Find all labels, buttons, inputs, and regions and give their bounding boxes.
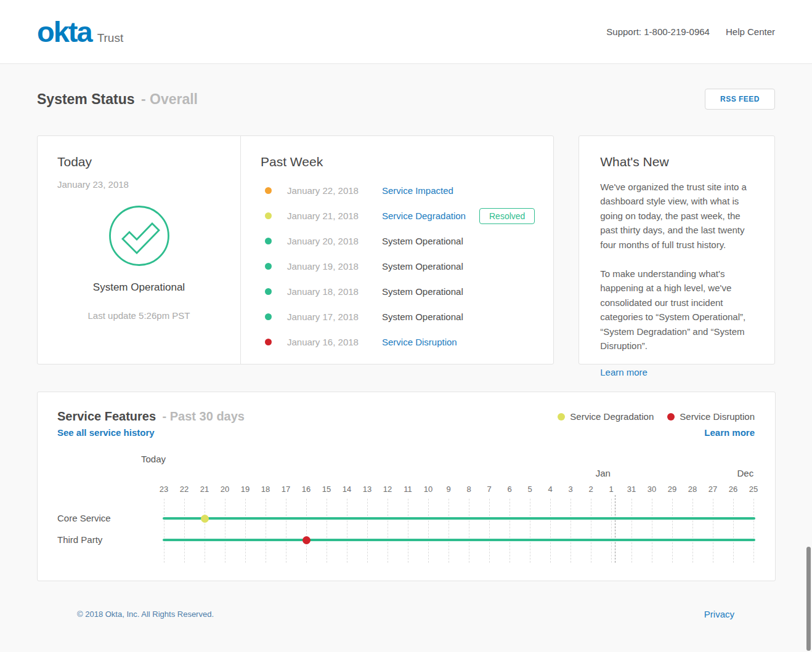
service-features-title-group: Service Features - Past 30 days: [57, 409, 245, 424]
chart-day-tick: 3: [563, 485, 578, 494]
chart-gridline: [388, 499, 388, 563]
incident-date: January 20, 2018: [287, 236, 382, 246]
past-week-row: January 17, 2018 System Operational: [241, 304, 553, 329]
chart-gridline: [347, 499, 347, 563]
month-boundary-line: [615, 495, 615, 563]
privacy-link[interactable]: Privacy: [704, 609, 734, 619]
chart-day-tick: 28: [685, 485, 700, 494]
chart-day-tick: 2: [583, 485, 598, 494]
chart-month-label: Jan: [591, 468, 615, 478]
chart-day-tick: 15: [319, 485, 334, 494]
incident-dot-degradation[interactable]: [201, 515, 209, 523]
vertical-scrollbar[interactable]: [806, 547, 811, 651]
past-week-list: January 22, 2018 Service Impacted Januar…: [241, 178, 553, 355]
logo-trust-label: Trust: [97, 31, 124, 45]
today-panel: Today January 23, 2018 System Operationa…: [38, 136, 241, 364]
service-features-learn-more-link[interactable]: Learn more: [704, 427, 755, 438]
legend-item-degradation: Service Degradation: [558, 411, 654, 422]
degradation-dot-icon: [558, 413, 565, 421]
chart-day-tick: 20: [217, 485, 232, 494]
chart-day-tick: 11: [400, 485, 415, 494]
chart-gridline: [225, 499, 225, 563]
chart-day-tick: 29: [665, 485, 680, 494]
chart-gridline: [408, 499, 408, 563]
page-title-main: System Status: [37, 91, 135, 107]
chart-day-tick: 19: [238, 485, 253, 494]
incident-dot-disruption[interactable]: [302, 536, 311, 544]
incident-status: System Operational: [382, 312, 463, 322]
chart-gridline: [733, 499, 734, 563]
timeline-row-label: Core Service: [57, 513, 111, 523]
chart-gridline: [753, 499, 754, 563]
chart-today-label: Today: [141, 454, 166, 464]
chart-gridline: [631, 499, 632, 563]
help-center-link[interactable]: Help Center: [726, 26, 775, 37]
incident-status: System Operational: [382, 286, 463, 297]
chart-gridline: [205, 499, 205, 563]
whats-new-learn-more-link[interactable]: Learn more: [600, 367, 648, 377]
whats-new-title: What's New: [600, 155, 754, 169]
legend-item-disruption: Service Disruption: [667, 411, 755, 422]
chart-day-tick: 10: [421, 485, 436, 494]
past-week-row: January 20, 2018 System Operational: [241, 228, 553, 254]
top-header: okta Trust Support: 1-800-219-0964 Help …: [0, 0, 812, 64]
incident-status[interactable]: Service Disruption: [382, 337, 457, 347]
chart-day-tick: 7: [482, 485, 497, 494]
chart-day-tick: 16: [299, 485, 314, 494]
past-week-row: January 22, 2018 Service Impacted: [241, 178, 553, 203]
legend-label: Service Degradation: [570, 411, 654, 422]
chart-gridline: [469, 499, 469, 563]
status-dot-icon: [265, 212, 272, 219]
chart-gridline: [184, 499, 185, 563]
past-week-row: January 16, 2018 Service Disruption: [241, 329, 553, 355]
incident-date: January 16, 2018: [287, 337, 382, 347]
rss-feed-button[interactable]: RSS FEED: [705, 89, 775, 110]
chart-gridline: [550, 499, 551, 563]
page-title: System Status - Overall: [37, 91, 198, 108]
chart-day-tick: 8: [461, 485, 476, 494]
chart-gridline: [591, 499, 591, 563]
chart-day-tick: 4: [543, 485, 558, 494]
chart-gridline: [692, 499, 693, 563]
chart-gridline: [428, 499, 429, 563]
incident-status: System Operational: [382, 261, 463, 272]
incident-status[interactable]: Service Degradation: [382, 211, 466, 221]
whats-new-paragraph-1: We've organized the trust site into a da…: [600, 180, 754, 252]
service-status-line: [163, 539, 755, 541]
copyright-text: © 2018 Okta, Inc. All Rights Reserved.: [77, 610, 214, 619]
disruption-dot-icon: [667, 413, 675, 421]
incident-date: January 19, 2018: [287, 261, 382, 272]
chart-gridline: [570, 499, 571, 563]
status-card: Today January 23, 2018 System Operationa…: [37, 135, 554, 364]
service-status-line: [163, 517, 755, 520]
incident-date: January 18, 2018: [287, 286, 382, 297]
whats-new-paragraph-2: To make understanding what's happening a…: [600, 267, 754, 353]
chart-gridline: [245, 499, 246, 563]
chart-gridline: [530, 499, 530, 563]
legend-label: Service Disruption: [680, 411, 755, 422]
incident-status: System Operational: [382, 236, 463, 246]
okta-trust-logo[interactable]: okta Trust: [37, 17, 123, 46]
incident-date: January 17, 2018: [287, 312, 382, 322]
service-features-title: Service Features: [57, 409, 156, 423]
incident-status[interactable]: Service Impacted: [382, 185, 453, 196]
status-dot-icon: [265, 313, 272, 320]
past-week-row: January 19, 2018 System Operational: [241, 254, 553, 279]
status-dot-icon: [265, 263, 272, 270]
chart-day-tick: 5: [522, 485, 537, 494]
past-week-row: January 21, 2018 Service Degradation Res…: [241, 203, 553, 228]
okta-logo[interactable]: okta: [37, 17, 92, 46]
incident-date: January 22, 2018: [287, 185, 382, 196]
past-week-panel: Past Week January 22, 2018 Service Impac…: [241, 136, 553, 364]
past-week-row: January 18, 2018 System Operational: [241, 279, 553, 304]
chart-gridline: [286, 499, 286, 563]
chart-gridline: [306, 499, 307, 563]
whats-new-card: What's New We've organized the trust sit…: [579, 135, 775, 364]
see-all-service-history-link[interactable]: See all service history: [57, 427, 155, 438]
chart-day-tick: 31: [624, 485, 639, 494]
chart-gridline: [327, 499, 327, 563]
incident-date: January 21, 2018: [287, 211, 382, 221]
chart-gridline: [611, 499, 612, 563]
chart-gridline: [489, 499, 490, 563]
chart-day-tick: 25: [746, 485, 761, 494]
